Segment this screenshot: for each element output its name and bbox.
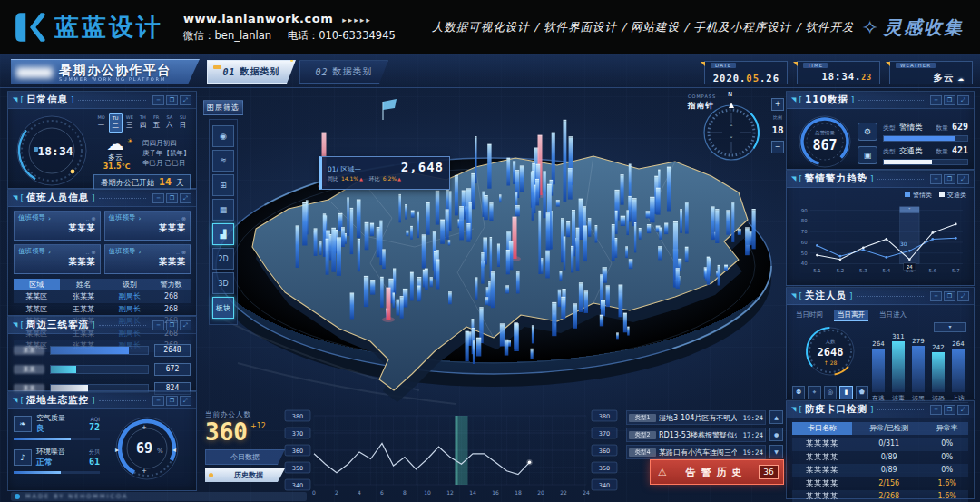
panel-expand-icon[interactable]: ⤢ (957, 291, 969, 301)
duty-leader-card[interactable]: 值班领导›‥ ⊗某某某 (14, 211, 101, 241)
zoom-in-button[interactable]: + (771, 98, 784, 111)
panel-restore-icon[interactable]: ❐ (944, 174, 956, 184)
scroll-dot-icon[interactable]: ● (769, 428, 783, 441)
layer-stats-button[interactable]: ▟ (212, 223, 234, 245)
duty-col-header[interactable]: 姓名 (60, 279, 108, 290)
panel-expand-icon[interactable]: ⤢ (180, 95, 191, 105)
focus-circle-delta: ↑ 28 (824, 359, 838, 366)
alert-history-banner[interactable]: ⚠ 告警历史 36 (650, 459, 784, 485)
duty-col-header[interactable]: 警力数 (152, 279, 191, 290)
layer-3d-button[interactable]: 3D (212, 272, 234, 294)
panel-title: 周边三线客流 (26, 319, 89, 331)
map-data-bar (426, 203, 430, 235)
panel-restore-icon[interactable]: ❐ (166, 95, 178, 105)
layer-grid-button[interactable]: ⊞ (212, 174, 234, 196)
focus-tab[interactable]: 当日时间 (792, 310, 827, 321)
card-controls-icon[interactable]: ‥ ⊗ (86, 249, 96, 255)
panel-minimize-icon[interactable]: ─ (930, 95, 942, 105)
legend-item[interactable]: 警情类 (905, 191, 932, 200)
checkpoint-col-header[interactable]: 卡口名称 (792, 422, 852, 435)
today-data-button[interactable]: 今日数据 (205, 449, 285, 465)
compass-north-label: N (728, 91, 732, 98)
panel-restore-icon[interactable]: ❐ (944, 405, 956, 415)
focus-bar-column: 242涉恐 (932, 331, 945, 402)
panel-restore-icon[interactable]: ❐ (944, 291, 956, 301)
alert-row[interactable]: 类型2RD13-53楼栋报警疑似火灾17:24 (626, 428, 766, 442)
duty-col-header[interactable]: 区域 (14, 279, 60, 290)
tab-data-category-01[interactable]: 01数据类别 (207, 60, 296, 84)
panel-minimize-icon[interactable]: ─ (152, 396, 164, 406)
map-data-bar (579, 284, 583, 312)
time-seconds: 23 (861, 74, 872, 82)
map-data-bar (497, 245, 500, 267)
layer-building-button[interactable]: ▦ (212, 199, 234, 221)
cloud-icon: ☁ (107, 133, 124, 153)
panel-minimize-icon[interactable]: ─ (152, 95, 164, 105)
tab-data-category-02[interactable]: 02数据类别 (299, 60, 388, 84)
layer-2d-button[interactable]: 2D (212, 248, 234, 270)
map-flag-marker (383, 99, 397, 120)
map-data-bar (403, 290, 407, 307)
focus-range-dropdown[interactable]: ▾ (934, 322, 966, 332)
screen: 蓝蓝设计 www.lanlanwork.com▸▸▸▸▸ 微信：ben_lanl… (0, 0, 980, 502)
checkpoint-col-header[interactable]: 异常/已检测 (852, 422, 926, 435)
legend-item[interactable]: 交通类 (939, 191, 966, 200)
card-controls-icon[interactable]: ‥ ⊗ (176, 215, 186, 221)
panel-expand-icon[interactable]: ⤢ (180, 396, 191, 406)
scroll-down-icon[interactable]: ▼ (769, 445, 783, 458)
person-icon[interactable]: ⚉ (792, 386, 805, 399)
panel-expand-icon[interactable]: ⤢ (957, 174, 969, 184)
duty-leader-card[interactable]: 值班领导›‥ ⊗某某某 (104, 211, 191, 241)
map-data-bar (664, 224, 668, 234)
metric-label: 空气质量 (36, 413, 89, 423)
scroll-up-icon[interactable]: ▲ (769, 410, 783, 424)
alert-row[interactable]: 类型1湿地3-104片区有不明人员闯入19:24 (626, 410, 766, 425)
alert-time: 17:24 (740, 431, 763, 439)
panel-restore-icon[interactable]: ❐ (944, 95, 956, 105)
panel-restore-icon[interactable]: ❐ (166, 320, 178, 330)
map-data-bar (331, 229, 336, 272)
map-data-bar (491, 273, 495, 309)
duty-col-header[interactable]: 级别 (107, 279, 152, 290)
target-icon[interactable]: ⌖ (808, 386, 820, 399)
duty-leader-card[interactable]: 值班领导›‥ ⊗某某某 (104, 244, 191, 274)
svg-text:90: 90 (801, 208, 808, 213)
panel-restore-icon[interactable]: ❐ (166, 193, 178, 203)
panel-expand-icon[interactable]: ⤢ (180, 193, 191, 203)
lunar-calendar: 闰四月初四 庚子年【鼠年】 辛巳月 己巳日 (137, 138, 191, 168)
panel-minimize-icon[interactable]: ─ (930, 174, 942, 184)
panel-minimize-icon[interactable]: ─ (152, 320, 164, 330)
card-controls-icon[interactable]: ‥ ⊗ (86, 215, 96, 221)
panel-minimize-icon[interactable]: ─ (930, 405, 942, 415)
vehicle-icon[interactable]: ⬟ (856, 386, 868, 399)
layer-module-button[interactable]: 板块 (212, 297, 234, 319)
zoom-out-button[interactable]: − (771, 141, 784, 153)
panel-marker-icon (13, 96, 17, 103)
panel-title: 日常信息 (26, 94, 68, 106)
panel-header-line (99, 325, 146, 326)
focus-tab[interactable]: 当日离开 (834, 310, 868, 321)
panel-minimize-icon[interactable]: ─ (930, 291, 942, 301)
panel-expand-icon[interactable]: ⤢ (180, 320, 191, 330)
svg-text:30: 30 (900, 241, 907, 247)
panel-expand-icon[interactable]: ⤢ (957, 405, 969, 415)
website-url[interactable]: www.lanlanwork.com (183, 12, 333, 25)
duty-leader-card[interactable]: 值班领导›‥ ⊗某某某 (14, 244, 101, 274)
bar-value: 264 (952, 340, 964, 348)
panel-minimize-icon[interactable]: ─ (152, 193, 164, 203)
history-data-button[interactable]: 历史数据 (205, 468, 285, 482)
panel-expand-icon[interactable]: ⤢ (957, 95, 969, 105)
panel-title: 防疫卡口检测 (805, 403, 867, 416)
focus-tab[interactable]: 当日进入 (876, 310, 910, 321)
panel-restore-icon[interactable]: ❐ (166, 396, 178, 406)
badge-icon[interactable]: ▮ (839, 386, 852, 399)
checkpoint-col-header[interactable]: 异常率 (926, 422, 968, 435)
monitor-icon[interactable]: ◎ (824, 386, 837, 399)
alert-row[interactable]: 类型4某路口有小汽车连闯三个红灯19:24 (626, 445, 766, 459)
svg-text:80: 80 (801, 218, 808, 223)
layer-signal-button[interactable]: ≋ (212, 150, 234, 172)
card-controls-icon[interactable]: ‥ ⊗ (176, 249, 186, 255)
layer-marker-button[interactable]: ◉ (212, 125, 234, 147)
map-data-bar (516, 273, 520, 294)
noise-icon: ♪ (14, 449, 32, 466)
